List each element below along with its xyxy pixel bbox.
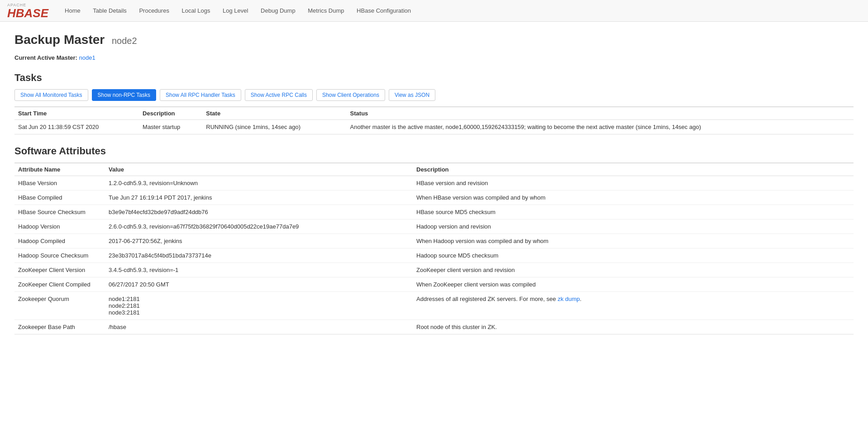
- attr-value: 06/27/2017 20:50 GMT: [105, 277, 413, 292]
- logo: APACHE HBASE: [7, 3, 48, 19]
- main-content: Backup Master node2 Current Active Maste…: [0, 22, 868, 356]
- attr-value: node1:2181 node2:2181 node3:2181: [105, 292, 413, 320]
- attr-col-description: Description: [413, 163, 854, 176]
- table-row: HBase CompiledTue Jun 27 16:19:14 PDT 20…: [14, 191, 854, 205]
- attr-name: Zookeeper Base Path: [14, 320, 105, 334]
- table-row: Zookeeper Base Path/hbaseRoot node of th…: [14, 320, 854, 334]
- node-name: node2: [112, 36, 137, 46]
- attr-name: Hadoop Version: [14, 220, 105, 234]
- btn-show-all-rpc-handler[interactable]: Show All RPC Handler Tasks: [160, 89, 241, 101]
- attr-description: Addresses of all registered ZK servers. …: [413, 292, 854, 320]
- table-row: ZooKeeper Client Version3.4.5-cdh5.9.3, …: [14, 263, 854, 277]
- page-title: Backup Master node2: [14, 33, 854, 47]
- task-state: RUNNING (since 1mins, 14sec ago): [202, 120, 346, 134]
- zk-dump-link[interactable]: zk dump: [558, 296, 580, 302]
- nav-log-level[interactable]: Log Level: [217, 0, 253, 22]
- table-row: Hadoop Compiled2017-06-27T20:56Z, jenkin…: [14, 234, 854, 248]
- attr-name: Zookeeper Quorum: [14, 292, 105, 320]
- nav-metrics-dump[interactable]: Metrics Dump: [302, 0, 349, 22]
- attr-value: 23e3b37017a84c5f4bd51bda7373714e: [105, 248, 413, 263]
- logo-hbase-text: HBASE: [7, 7, 48, 19]
- table-row: Zookeeper Quorumnode1:2181 node2:2181 no…: [14, 292, 854, 320]
- btn-show-all-monitored[interactable]: Show All Monitored Tasks: [14, 89, 88, 101]
- attr-description: When Hadoop version was compiled and by …: [413, 234, 854, 248]
- attr-description: Hadoop version and revision: [413, 220, 854, 234]
- table-row: HBase Source Checksumb3e9e7bf4ecfd32bde9…: [14, 205, 854, 220]
- table-row: Hadoop Version2.6.0-cdh5.9.3, revision=a…: [14, 220, 854, 234]
- task-buttons-group: Show All Monitored Tasks Show non-RPC Ta…: [14, 89, 854, 101]
- attr-value: 3.4.5-cdh5.9.3, revision=-1: [105, 263, 413, 277]
- attr-value: Tue Jun 27 16:19:14 PDT 2017, jenkins: [105, 191, 413, 205]
- navbar: APACHE HBASE Home Table Details Procedur…: [0, 0, 868, 22]
- table-row: HBase Version1.2.0-cdh5.9.3, revision=Un…: [14, 176, 854, 191]
- nav-hbase-configuration[interactable]: HBase Configuration: [351, 0, 416, 22]
- attr-name: Hadoop Source Checksum: [14, 248, 105, 263]
- nav-procedures[interactable]: Procedures: [134, 0, 174, 22]
- btn-view-as-json[interactable]: View as JSON: [389, 89, 435, 101]
- btn-show-client-ops[interactable]: Show Client Operations: [316, 89, 385, 101]
- attr-name: HBase Version: [14, 176, 105, 191]
- attr-value: 2017-06-27T20:56Z, jenkins: [105, 234, 413, 248]
- active-master-link[interactable]: node1: [79, 54, 95, 61]
- attr-name: HBase Source Checksum: [14, 205, 105, 220]
- main-nav: Home Table Details Procedures Local Logs…: [59, 0, 416, 22]
- attr-value: 1.2.0-cdh5.9.3, revision=Unknown: [105, 176, 413, 191]
- attr-description: HBase source MD5 checksum: [413, 205, 854, 220]
- attr-col-value: Value: [105, 163, 413, 176]
- attr-description: When HBase version was compiled and by w…: [413, 191, 854, 205]
- attr-description: When ZooKeeper client version was compil…: [413, 277, 854, 292]
- software-attributes-table: Attribute Name Value Description HBase V…: [14, 162, 854, 334]
- tasks-col-status: Status: [347, 107, 854, 120]
- attr-name: ZooKeeper Client Version: [14, 263, 105, 277]
- attr-name: Hadoop Compiled: [14, 234, 105, 248]
- tasks-table: Start Time Description State Status Sat …: [14, 106, 854, 134]
- table-row: Sat Jun 20 11:38:59 CST 2020 Master star…: [14, 120, 854, 134]
- attr-value: 2.6.0-cdh5.9.3, revision=a67f75f2b36829f…: [105, 220, 413, 234]
- tasks-col-start-time: Start Time: [14, 107, 139, 120]
- attr-value: b3e9e7bf4ecfd32bde97d9adf24ddb76: [105, 205, 413, 220]
- tasks-section-title: Tasks: [14, 72, 854, 84]
- attr-description: Hadoop source MD5 checksum: [413, 248, 854, 263]
- tasks-col-state: State: [202, 107, 346, 120]
- tasks-col-description: Description: [139, 107, 202, 120]
- nav-debug-dump[interactable]: Debug Dump: [255, 0, 301, 22]
- nav-local-logs[interactable]: Local Logs: [176, 0, 216, 22]
- btn-show-active-rpc[interactable]: Show Active RPC Calls: [245, 89, 313, 101]
- attr-col-name: Attribute Name: [14, 163, 105, 176]
- task-status: Another master is the active master, nod…: [347, 120, 854, 134]
- nav-table-details[interactable]: Table Details: [87, 0, 132, 22]
- nav-home[interactable]: Home: [59, 0, 86, 22]
- task-start-time: Sat Jun 20 11:38:59 CST 2020: [14, 120, 139, 134]
- attr-name: ZooKeeper Client Compiled: [14, 277, 105, 292]
- attr-description: ZooKeeper client version and revision: [413, 263, 854, 277]
- attr-description: HBase version and revision: [413, 176, 854, 191]
- table-row: ZooKeeper Client Compiled06/27/2017 20:5…: [14, 277, 854, 292]
- attr-name: HBase Compiled: [14, 191, 105, 205]
- active-master-info: Current Active Master: node1: [14, 54, 854, 61]
- attr-description: Root node of this cluster in ZK.: [413, 320, 854, 334]
- btn-show-non-rpc[interactable]: Show non-RPC Tasks: [92, 89, 157, 101]
- software-attributes-title: Software Attributes: [14, 145, 854, 157]
- task-description: Master startup: [139, 120, 202, 134]
- attr-value: /hbase: [105, 320, 413, 334]
- table-row: Hadoop Source Checksum23e3b37017a84c5f4b…: [14, 248, 854, 263]
